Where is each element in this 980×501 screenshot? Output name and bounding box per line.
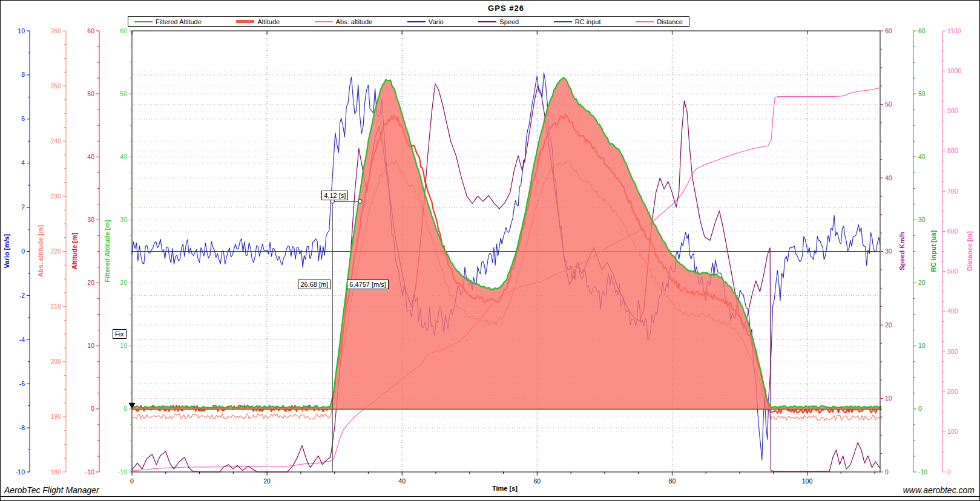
svg-text:-10: -10 bbox=[118, 468, 127, 476]
svg-text:100: 100 bbox=[947, 428, 958, 435]
measure-vario-box[interactable]: 6,4757 [m/s] bbox=[347, 280, 389, 289]
svg-text:-10: -10 bbox=[85, 468, 94, 476]
svg-text:600: 600 bbox=[947, 228, 958, 235]
axis-title-time: Time [s] bbox=[492, 485, 518, 492]
axis-filt: -100102030405060 bbox=[118, 27, 132, 476]
axis-vario: -10-8-6-4-20246810 bbox=[16, 27, 30, 476]
svg-text:60: 60 bbox=[533, 477, 541, 485]
svg-text:0: 0 bbox=[91, 405, 94, 412]
svg-text:500: 500 bbox=[947, 267, 958, 275]
svg-text:8: 8 bbox=[21, 71, 25, 78]
svg-text:1000: 1000 bbox=[947, 67, 962, 74]
svg-text:50: 50 bbox=[120, 90, 127, 97]
svg-text:210: 210 bbox=[50, 303, 61, 310]
svg-text:40: 40 bbox=[120, 153, 127, 160]
svg-text:6: 6 bbox=[21, 115, 25, 122]
measure-distance-box[interactable]: 26,68 [m] bbox=[298, 280, 331, 289]
svg-text:10: 10 bbox=[87, 342, 94, 349]
svg-text:-10: -10 bbox=[918, 468, 927, 476]
svg-text:200: 200 bbox=[947, 388, 958, 395]
svg-text:300: 300 bbox=[947, 348, 958, 355]
app-brand-text: AerobTec Flight Manager bbox=[4, 485, 99, 495]
axis-title-filtered-altitude: Filtered Altitude [m] bbox=[104, 220, 111, 282]
svg-text:50: 50 bbox=[87, 90, 94, 97]
svg-text:240: 240 bbox=[50, 137, 61, 145]
svg-text:0: 0 bbox=[918, 405, 922, 412]
svg-text:60: 60 bbox=[918, 27, 926, 34]
axis-title-abs-altitude: Abs. altitude [m] bbox=[37, 225, 44, 277]
svg-text:40: 40 bbox=[885, 174, 892, 182]
svg-text:60: 60 bbox=[87, 27, 94, 34]
svg-text:20: 20 bbox=[263, 477, 271, 485]
svg-text:60: 60 bbox=[120, 27, 127, 34]
svg-text:4: 4 bbox=[21, 159, 25, 166]
svg-text:30: 30 bbox=[120, 216, 127, 223]
svg-text:30: 30 bbox=[885, 247, 892, 255]
svg-text:-8: -8 bbox=[19, 424, 25, 431]
svg-text:0: 0 bbox=[947, 468, 951, 476]
measure-delta-time-box[interactable]: 4,12 [s] bbox=[321, 191, 348, 200]
chart-plot: -10-8-6-4-202468101801902002102202302402… bbox=[1, 1, 980, 501]
svg-text:800: 800 bbox=[947, 147, 958, 154]
svg-text:-4: -4 bbox=[19, 336, 25, 343]
svg-text:10: 10 bbox=[18, 27, 25, 34]
axis-abs: 180190200210220230240250260 bbox=[50, 27, 66, 476]
svg-text:60: 60 bbox=[885, 27, 892, 34]
website-link[interactable]: www.aerobtec.com bbox=[903, 485, 975, 495]
flight-manager-window: GPS #26 Filtered AltitudeAltitudeAbs. al… bbox=[0, 0, 980, 501]
svg-text:100: 100 bbox=[802, 477, 813, 485]
axis-title-altitude: Altitude [m] bbox=[71, 232, 78, 269]
svg-text:0: 0 bbox=[885, 468, 889, 476]
svg-text:20: 20 bbox=[918, 279, 926, 286]
axis-title-rc-input: RC input [us] bbox=[930, 230, 937, 272]
svg-text:1100: 1100 bbox=[947, 27, 961, 34]
axis-title-vario: Vario [m/s] bbox=[3, 234, 10, 268]
axis-speed: 0102030405060 bbox=[880, 27, 892, 476]
axis-alt: -100102030405060 bbox=[85, 27, 99, 476]
svg-text:40: 40 bbox=[87, 153, 94, 160]
svg-text:0: 0 bbox=[21, 247, 25, 255]
svg-text:10: 10 bbox=[120, 342, 127, 349]
svg-text:20: 20 bbox=[87, 279, 94, 286]
svg-text:200: 200 bbox=[50, 358, 61, 365]
svg-text:50: 50 bbox=[885, 100, 892, 108]
svg-text:-10: -10 bbox=[16, 468, 25, 476]
svg-text:260: 260 bbox=[50, 27, 61, 34]
svg-text:50: 50 bbox=[918, 90, 926, 97]
svg-text:180: 180 bbox=[50, 468, 61, 476]
svg-text:220: 220 bbox=[50, 247, 61, 255]
svg-text:40: 40 bbox=[398, 477, 406, 485]
svg-text:250: 250 bbox=[50, 82, 61, 90]
svg-text:40: 40 bbox=[918, 153, 926, 160]
svg-text:2: 2 bbox=[21, 203, 25, 211]
svg-text:20: 20 bbox=[885, 321, 892, 329]
axis-title-distance: Distance [m] bbox=[966, 231, 973, 271]
svg-text:0: 0 bbox=[130, 477, 134, 485]
svg-text:700: 700 bbox=[947, 188, 958, 195]
axis-title-speed: Speed Km/h bbox=[898, 232, 906, 270]
svg-text:80: 80 bbox=[669, 477, 676, 485]
svg-text:-6: -6 bbox=[19, 380, 25, 387]
svg-text:190: 190 bbox=[50, 413, 61, 420]
fix-badge: Fix bbox=[113, 329, 127, 339]
axis-dist: 010020030040050060070080090010001100 bbox=[942, 27, 962, 476]
axis-rc: -100102030405060 bbox=[913, 27, 927, 476]
svg-text:400: 400 bbox=[947, 307, 958, 315]
svg-text:10: 10 bbox=[918, 342, 926, 349]
svg-text:30: 30 bbox=[87, 216, 94, 223]
svg-text:30: 30 bbox=[918, 216, 926, 223]
svg-text:10: 10 bbox=[885, 395, 892, 402]
svg-text:900: 900 bbox=[947, 107, 958, 114]
svg-text:20: 20 bbox=[120, 279, 127, 286]
svg-text:-2: -2 bbox=[19, 292, 25, 299]
svg-text:230: 230 bbox=[50, 192, 61, 200]
footer-divider bbox=[1, 496, 979, 497]
svg-text:0: 0 bbox=[123, 405, 127, 412]
